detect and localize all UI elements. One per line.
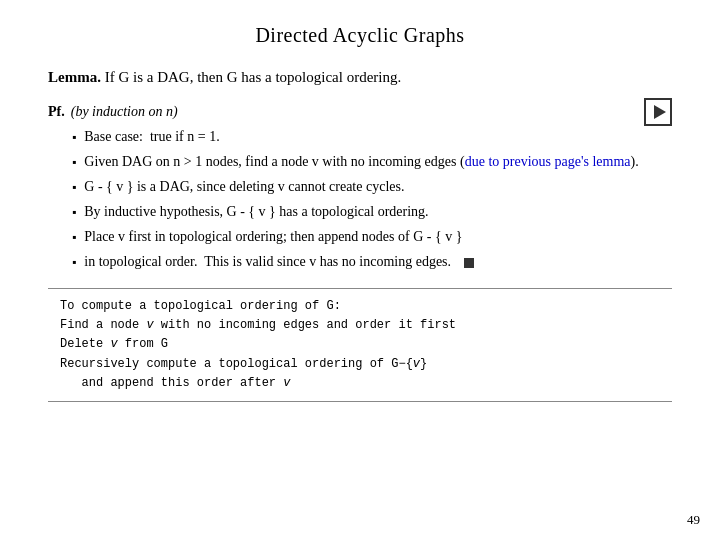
bullet-2-text: Given DAG on n > 1 nodes, find a node v … [84,151,638,172]
bullet-6: in topological order. This is valid sinc… [72,251,672,272]
code-line-4: Recursively compute a topological orderi… [60,355,660,374]
play-icon [654,105,666,119]
lemma-section: Lemma. If G is a DAG, then G has a topol… [48,69,672,86]
code-box: To compute a topological ordering of G: … [48,288,672,402]
code-line-1: To compute a topological ordering of G: [60,297,660,316]
proof-label: Pf. [48,104,65,120]
lemma-label: Lemma. [48,69,101,85]
proof-section: Pf. (by induction on n) Base case: true … [48,104,672,272]
bullet-1: Base case: true if n = 1. [72,126,672,147]
bullet-1-text: Base case: true if n = 1. [84,126,219,147]
play-button[interactable] [644,98,672,126]
slide: Directed Acyclic Graphs Lemma. If G is a… [0,0,720,540]
bullet-3: G - { v } is a DAG, since deleting v can… [72,176,672,197]
proof-header: Pf. (by induction on n) [48,104,672,120]
bullet-3-text: G - { v } is a DAG, since deleting v can… [84,176,404,197]
bullet-4-text: By inductive hypothesis, G - { v } has a… [84,201,428,222]
proof-induction: (by induction on n) [71,104,178,120]
page-number: 49 [687,512,700,528]
qed-square [464,258,474,268]
bullet-5-text: Place v first in topological ordering; t… [84,226,462,247]
highlight-blue-text: due to previous page's lemma [465,154,631,169]
proof-bullets: Base case: true if n = 1. Given DAG on n… [72,126,672,272]
lemma-text: If G is a DAG, then G has a topological … [101,69,401,85]
code-line-5: and append this order after v [60,374,660,393]
slide-title: Directed Acyclic Graphs [48,24,672,47]
bullet-4: By inductive hypothesis, G - { v } has a… [72,201,672,222]
code-line-2: Find a node v with no incoming edges and… [60,316,660,335]
bullet-2: Given DAG on n > 1 nodes, find a node v … [72,151,672,172]
code-line-3: Delete v from G [60,335,660,354]
bullet-6-text: in topological order. This is valid sinc… [84,251,474,272]
bullet-5: Place v first in topological ordering; t… [72,226,672,247]
